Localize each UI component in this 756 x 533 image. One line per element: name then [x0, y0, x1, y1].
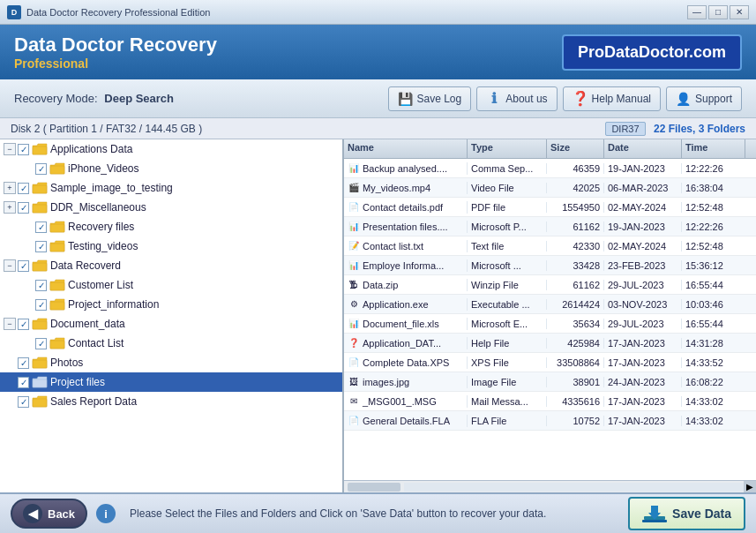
save-data-icon	[642, 503, 667, 524]
close-button[interactable]: ✕	[730, 5, 749, 19]
tree-item[interactable]: − Data Recoverd	[0, 256, 342, 275]
tree-checkbox[interactable]	[35, 163, 47, 175]
diskinfo-bar: Disk 2 ( Partition 1 / FAT32 / 144.45 GB…	[0, 118, 756, 139]
tree-expander[interactable]	[21, 298, 34, 311]
tree-checkbox[interactable]	[35, 338, 47, 349]
tree-expander[interactable]: +	[4, 201, 16, 214]
tree-expander[interactable]: +	[4, 182, 16, 194]
tree-checkbox[interactable]	[18, 183, 29, 194]
tree-expander[interactable]: −	[4, 259, 16, 272]
file-row[interactable]: 🗜Data.zipWinzip File6116229-JUL-202316:5…	[344, 275, 756, 295]
file-time: 16:38:04	[682, 183, 745, 193]
dir-badge: DIR37	[605, 122, 645, 136]
save-log-button[interactable]: 💾 Save Log	[388, 86, 472, 111]
file-row[interactable]: 📝Contact list.txtText file4233002-MAY-20…	[344, 236, 756, 256]
app-icon: D	[7, 5, 21, 19]
file-name: 📊Backup analysed....	[344, 162, 468, 175]
back-button[interactable]: ◀ Back	[11, 499, 87, 529]
tree-expander[interactable]	[21, 221, 34, 233]
title-text: Data Doctor Recovery Professional Editio…	[26, 7, 687, 18]
file-size: 42330	[547, 241, 604, 251]
file-row[interactable]: 📄Contact details.pdfPDF file155495002-MA…	[344, 198, 756, 217]
tree-checkbox[interactable]	[35, 299, 47, 311]
save-data-button[interactable]: Save Data	[628, 497, 745, 530]
tree-checkbox[interactable]	[35, 241, 47, 252]
tree-item[interactable]: Project_information	[0, 295, 342, 314]
tree-item[interactable]: Customer List	[0, 275, 342, 295]
file-date: 29-JUL-2023	[604, 319, 682, 329]
about-us-button[interactable]: ℹ About us	[476, 86, 557, 111]
file-row[interactable]: 📊Backup analysed....Comma Sep...4635919-…	[344, 159, 756, 178]
tree-item[interactable]: Sales Report Data	[0, 392, 342, 411]
folder-icon	[49, 279, 65, 291]
minimize-button[interactable]: —	[687, 5, 707, 19]
svg-rect-4	[50, 224, 64, 232]
tree-expander[interactable]	[4, 357, 16, 369]
tree-item-label: iPhone_Videos	[68, 162, 139, 175]
folder-icon	[32, 395, 48, 408]
tree-item[interactable]: − Applications Data	[0, 139, 342, 159]
file-row[interactable]: 📊Presentation files....Microsoft P...611…	[344, 217, 756, 236]
tree-expander[interactable]	[4, 395, 16, 408]
help-manual-button[interactable]: ❓ Help Manual	[563, 86, 661, 111]
file-size: 4335616	[547, 396, 604, 407]
tree-expander[interactable]	[21, 162, 34, 175]
file-row[interactable]: 📄General Details.FLAFLA File1075217-JAN-…	[344, 411, 756, 431]
tree-expander[interactable]	[4, 376, 16, 388]
tree-item[interactable]: Contact List	[0, 334, 342, 353]
disk-label: Disk 2 ( Partition 1 / FAT32 / 144.45 GB…	[11, 123, 202, 135]
tree-expander[interactable]	[21, 240, 34, 252]
svg-rect-1	[50, 166, 64, 174]
file-row[interactable]: 🎬My_videos.mp4Video File4202506-MAR-2023…	[344, 178, 756, 198]
file-row[interactable]: ⚙Application.exeExecutable ...261442403-…	[344, 295, 756, 314]
file-row[interactable]: ✉_MSG001_.MSGMail Messa...433561617-JAN-…	[344, 392, 756, 411]
file-list[interactable]: 📊Backup analysed....Comma Sep...4635919-…	[344, 159, 756, 480]
window-controls: — □ ✕	[687, 5, 749, 19]
tree-checkbox[interactable]	[18, 377, 29, 388]
tree-expander[interactable]: −	[4, 143, 16, 155]
svg-rect-3	[33, 205, 47, 213]
folder-icon	[32, 182, 48, 194]
tree-expander[interactable]	[21, 337, 34, 349]
file-date: 23-FEB-2023	[604, 260, 682, 271]
file-panel: Name Type Size Date Time 📊Backup analyse…	[344, 139, 756, 492]
file-size: 10752	[547, 416, 604, 426]
file-name: 📄General Details.FLA	[344, 415, 468, 427]
file-row[interactable]: 🖼images.jpgImage File3890124-JAN-202316:…	[344, 372, 756, 392]
file-row[interactable]: 📄Complete Data.XPSXPS File3350886417-JAN…	[344, 353, 756, 372]
file-row[interactable]: 📊Document_file.xlsMicrosoft E...3563429-…	[344, 314, 756, 334]
horizontal-scrollbar[interactable]: ▶	[344, 480, 756, 492]
maximize-button[interactable]: □	[708, 5, 728, 19]
folder-icon	[32, 376, 48, 388]
tree-item[interactable]: − Document_data	[0, 314, 342, 334]
file-name: 🗜Data.zip	[344, 279, 468, 291]
tree-item[interactable]: Project files	[0, 372, 342, 392]
file-row[interactable]: ❓Application_DAT...Help File42598417-JAN…	[344, 334, 756, 353]
file-type-icon: 📊	[348, 162, 360, 175]
file-time: 16:55:44	[682, 280, 745, 290]
recovery-mode: Recovery Mode: Deep Search	[14, 92, 174, 105]
tree-item-label: Testing_videos	[68, 240, 138, 252]
tree-item[interactable]: + DDR_Miscellaneous	[0, 198, 342, 217]
tree-item-label: Recovery files	[68, 221, 134, 233]
tree-item[interactable]: Testing_videos	[0, 236, 342, 256]
tree-checkbox[interactable]	[35, 221, 47, 233]
folder-tree[interactable]: − Applications Data iPhone_Videos+ Sampl…	[0, 139, 344, 492]
tree-expander[interactable]: −	[4, 318, 16, 330]
file-type-icon: 📄	[348, 415, 360, 427]
tree-checkbox[interactable]	[18, 144, 29, 155]
tree-checkbox[interactable]	[18, 357, 29, 369]
tree-checkbox[interactable]	[18, 319, 29, 330]
tree-item[interactable]: Photos	[0, 353, 342, 372]
tree-item[interactable]: Recovery files	[0, 217, 342, 236]
tree-expander[interactable]	[21, 279, 34, 291]
tree-item[interactable]: iPhone_Videos	[0, 159, 342, 178]
file-row[interactable]: 📊Employe Informa...Microsoft ...3342823-…	[344, 256, 756, 275]
tree-checkbox[interactable]	[35, 280, 47, 291]
tree-checkbox[interactable]	[18, 396, 29, 408]
tree-item[interactable]: + Sample_image_to_testing	[0, 178, 342, 198]
tree-checkbox[interactable]	[18, 202, 29, 214]
folder-icon	[49, 221, 65, 233]
support-button[interactable]: 👤 Support	[666, 86, 742, 111]
tree-checkbox[interactable]	[18, 260, 29, 272]
